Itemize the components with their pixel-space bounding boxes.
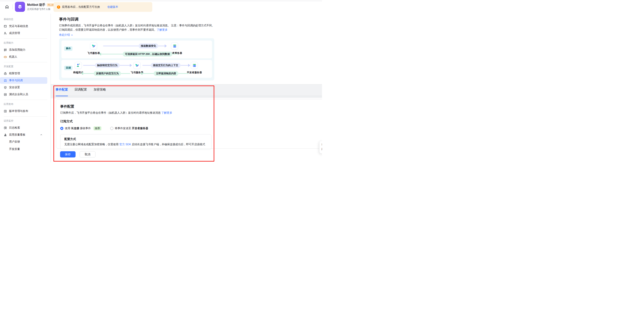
chevron-up-icon [71,34,73,36]
app-logo [15,2,25,12]
publish-warning-banner: ! 应用发布后，当前配置方可生效 创建版本 [54,2,152,12]
sidebar-divider [4,116,47,117]
sidebar-item-label: 事件与回调 [9,79,23,82]
feishu-logo-icon [92,44,96,48]
backward-pill: 立即返回响应内容 [154,71,178,76]
sidebar-item-label: 版本管理与发布 [9,109,28,113]
radio-developer-server[interactable]: 将事件发送至 开发者服务器 [110,127,148,130]
sidebar-divider [4,62,47,62]
robot-icon [4,55,7,59]
events-callbacks-intro-section: 事件与回调 订阅事件或回调后，飞书开放平台将会在事件（如机器人入群）发生时向请求… [51,14,322,84]
grid-add-icon [4,48,7,52]
code-icon [4,93,7,96]
arrowhead-right-icon [188,64,190,67]
collapse-intro-link[interactable]: 收起介绍 [59,33,73,37]
radio-label-bold: 开发者服务器 [132,127,148,130]
sidebar-item-label: 测试企业和人员 [9,93,28,96]
tab-callback-config[interactable]: 回调配置 [74,88,87,92]
sidebar-item-test-org[interactable]: 测试企业和人员 [0,91,47,98]
sidebar-divider [4,38,47,39]
sidebar-section-monitoring: 运营监控 [0,119,50,123]
shield-check-icon [4,86,7,89]
intro-text: 订阅事件或回调后，飞书开放平台将会在事件（如机器人入群）发生时向请求地址推送消息… [59,24,214,31]
sidebar-item-bot[interactable]: 机器人 [0,54,47,60]
config-text-pre: 无需注册公网域名或配置加密策略，仅需使用 [64,143,119,146]
sidebar-item-permissions[interactable]: 权限管理 [0,70,47,77]
app-header: Moltbot 助手 待上线 正式应用@飞书个人版 ! 应用发布后，当前配置方可… [0,0,322,14]
sidebar-section-capability: 应用能力 [0,41,50,45]
sidebar-item-label: 应用质量看板 [9,133,26,137]
config-mode-title: 配置方式 [64,137,207,141]
create-version-link[interactable]: 创建版本 [107,5,118,9]
official-sdk-link[interactable]: 官方 SDK [119,143,131,146]
radio-label: 将事件发送至 开发者服务器 [115,127,148,130]
callback-tag: 回调 [64,66,72,70]
member-add-icon [4,32,7,35]
window-top-divider [0,1,322,1]
learn-more-link[interactable]: 了解更多 [162,111,172,114]
sidebar-item-label: 用户反馈 [9,140,20,144]
id-card-icon [4,25,7,28]
config-text-post: 启动长连接飞书客户端，并确保连接成功后，即可开启该模式 [131,143,205,146]
learn-more-link[interactable]: 了解更多 [157,28,168,31]
sidebar-item-credentials[interactable]: 凭证与基础信息 [0,23,47,30]
tab-encryption-policy[interactable]: 加密策略 [94,88,106,92]
node-label: 飞书服务器 [88,51,100,55]
collapse-intro-label: 收起介绍 [59,33,70,37]
sidebar-item-members[interactable]: 成员管理 [0,30,47,37]
sidebar-item-events-callbacks[interactable]: 事件与回调 [0,77,47,84]
sidebar-item-add-capability[interactable]: 添加应用能力 [0,47,47,53]
developer-server-node [171,43,178,50]
radio-long-connection[interactable]: 使用 长连接 接收事件 推荐 [60,126,101,130]
developer-server-node [191,62,198,69]
sidebar-subitem-user-feedback[interactable]: 用户反馈 [0,138,50,145]
radio-selected-icon[interactable] [60,127,63,130]
server-stack-icon [192,63,196,68]
sidebar-item-version-release[interactable]: 版本管理与发布 [0,108,47,114]
radio-label-post: 接收事件 [79,127,91,130]
sidebar-item-log-search[interactable]: 日志检索 [0,125,47,131]
panel-desc-text: 订阅事件后，飞书开放平台将会在事件（如机器人入群）发生时向请求地址推送消息 [60,111,162,114]
log-search-icon [4,126,7,130]
forward-pill: 推送交互行为的上下文 [151,63,180,68]
app-name: Moltbot 助手 [27,3,45,7]
sidebar-item-security[interactable]: 安全设置 [0,84,47,91]
subscribe-mode-options: 使用 长连接 接收事件 推荐 将事件发送至 开发者服务器 [60,126,322,130]
sidebar-item-quality-dashboard[interactable]: 应用质量看板 [0,131,47,138]
event-callback-diagram: 事件 飞书服务器 推送数据变化 开发者服务器 可选择返回 HTTP 200，以确… [59,38,214,81]
forward-pill: 推送数据变化 [138,44,158,49]
sidebar-subitem-dev-quality[interactable]: 开发质量 [0,146,50,152]
sidebar-nav: 基础信息 凭证与基础信息 成员管理 应用能力 添加应用能力 机器人 开发配置 权… [0,14,51,163]
app-meta: Moltbot 助手 待上线 正式应用@飞书个人版 [27,3,56,11]
sidebar-item-label: 添加应用能力 [9,48,26,52]
diagram-row-callback: 回调 终端用户 触发特定交互行为 飞书服务器 推送交互行为的上下文 开发者 [62,60,212,78]
support-float-widget[interactable]: 客 服 [319,141,322,154]
event-config-section: 事件配置 订阅事件后，飞书开放平台将会在事件（如机器人入群）发生时向请求地址推送… [51,99,322,163]
arrowhead-left-icon [99,53,101,56]
recommended-badge: 推荐 [94,126,101,130]
feishu-logo-icon [135,63,139,68]
sidebar-item-label: 权限管理 [9,72,20,75]
cancel-button[interactable]: 取消 [80,151,96,157]
radio-label-bold: 长连接 [71,127,79,130]
user-icon [76,63,80,68]
chevron-up-icon[interactable] [40,133,42,136]
end-user-node [75,62,82,69]
server-stack-icon [172,44,177,48]
publish-up-icon [4,110,7,113]
arrowhead-left-icon [140,72,142,75]
tab-event-config[interactable]: 事件配置 [56,88,68,92]
main-content: 事件与回调 订阅事件或回调后，飞书开放平台将会在事件（如机器人入群）发生时向请求… [51,14,322,163]
node-label: 开发者服务器 [187,71,202,74]
radio-label-pre: 将事件发送至 [115,127,132,130]
sidebar-divider [4,100,47,100]
radio-unselected-icon[interactable] [110,127,113,130]
config-tabs: 事件配置 回调配置 加密策略 [51,84,322,92]
panel-description: 订阅事件后，飞书开放平台将会在事件（如机器人入群）发生时向请求地址推送消息 了解… [60,111,322,115]
cube-icon [17,4,23,10]
bar-chart-icon [4,133,7,137]
feishu-server-node [134,62,140,69]
home-button[interactable] [4,4,10,10]
save-button[interactable]: 保存 [60,151,76,157]
arrowhead-right-icon [130,64,132,67]
